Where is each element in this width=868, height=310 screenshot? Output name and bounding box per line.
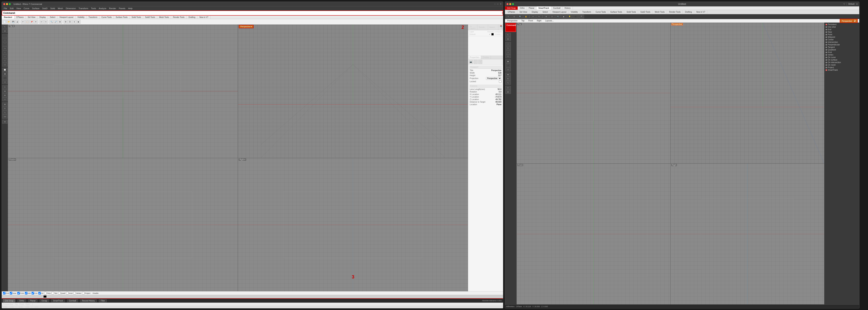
snap-cb-project[interactable] — [82, 292, 85, 294]
tool-join[interactable]: ⊗ — [2, 93, 8, 97]
rw-viewport-right[interactable]: Right — [671, 163, 824, 304]
rw-viewport-label-perspective[interactable]: Perspective — [671, 23, 683, 26]
snap-disable[interactable]: Disable — [93, 292, 98, 294]
rw-tb-props[interactable]: ℹ — [549, 14, 555, 19]
tb-snap[interactable]: ⚙ — [64, 20, 68, 24]
rw-tab2-select[interactable]: Select — [540, 10, 550, 13]
menu-surface[interactable]: Surface — [31, 7, 41, 10]
rw-tool-move[interactable]: ✥ — [505, 73, 511, 76]
maximize-button[interactable] — [9, 3, 11, 5]
tab-newinv7[interactable]: New in V7 — [197, 16, 211, 19]
rw-maximize-button[interactable] — [512, 3, 514, 5]
prop-tab-display[interactable]: Display — [481, 56, 491, 59]
rw-tool-circle[interactable]: ○ — [505, 50, 511, 54]
rw-tab2-meshtools[interactable]: Mesh Tools — [653, 10, 666, 13]
close-button[interactable] — [3, 3, 5, 5]
tb-copy[interactable]: 📋 — [25, 20, 29, 24]
rw-tab2-solidtools[interactable]: Solid Tools — [625, 10, 638, 13]
rw-close-button[interactable] — [506, 3, 508, 5]
tab-curvetools[interactable]: Curve Tools — [99, 16, 114, 19]
layer-scroll-area[interactable] — [468, 36, 503, 56]
rw-tool-cyl[interactable]: ⊃ — [505, 68, 511, 71]
btn-osnap[interactable]: Osnap — [40, 299, 49, 302]
tb-zoom-in[interactable]: 🔍 — [50, 20, 53, 24]
rw-tb-undo[interactable]: ↩ — [530, 14, 536, 19]
rw-tab2-setview[interactable]: Set View — [518, 10, 529, 13]
rw-active-vp-badge[interactable]: Perspective 2 — [840, 19, 858, 23]
rw-tool-box[interactable]: ⬛ — [505, 63, 511, 67]
rw-tab2-cplanes[interactable]: CPlanes — [506, 10, 517, 13]
rw-viewport-front[interactable]: Front — [517, 163, 670, 304]
minimize-button[interactable] — [6, 3, 8, 5]
tool-box[interactable]: ⬛ — [2, 76, 8, 80]
tab-meshtools[interactable]: Mesh Tools — [157, 16, 171, 19]
rw-tb-snap[interactable]: ⚙ — [544, 14, 549, 19]
color-swatch-status[interactable] — [43, 296, 46, 298]
btn-planar[interactable]: Planar — [28, 299, 37, 302]
menu-transform[interactable]: Transform — [78, 7, 90, 10]
rw-viewport-perspective[interactable]: Perspective — [671, 23, 824, 163]
viewport-right[interactable]: Right ▾ 3 — [238, 158, 468, 291]
tab-visibility[interactable]: Visibility — [75, 16, 87, 19]
tab-subdtools[interactable]: SubD Tools — [143, 16, 157, 19]
rw-tb-camera[interactable]: 📷 — [555, 14, 561, 19]
tab-cplanes[interactable]: CPlanes — [14, 16, 26, 19]
rw-viewport-top[interactable]: Top — [517, 23, 670, 163]
prop-select-projection[interactable]: Perspective Parallel — [486, 77, 501, 80]
rw-tab-ortho[interactable]: Ortho — [518, 6, 527, 10]
rw-nav-top[interactable]: Top — [520, 20, 526, 22]
rw-tab2-drafting[interactable]: Drafting — [683, 10, 694, 13]
tb-new[interactable]: 📄 — [3, 20, 6, 24]
btn-gridsnap[interactable]: Grid Snap — [3, 299, 15, 302]
rw-tool-curve[interactable]: ∿ — [505, 46, 511, 50]
menu-solid[interactable]: Solid — [49, 7, 56, 10]
rw-tab-planar[interactable]: Planar — [527, 6, 536, 10]
rw-tab2-visibility[interactable]: Visibility — [569, 10, 580, 13]
tool-move[interactable]: ✥ — [2, 102, 8, 106]
snap-quadrant[interactable]: Quadrant — [826, 49, 858, 51]
rw-tab-smarttrack[interactable]: SmartTrack — [536, 6, 551, 10]
rw-tool-select[interactable]: ↖ — [505, 33, 511, 37]
rw-nav-perspective[interactable]: Perspective — [506, 20, 519, 22]
viewport-perspective[interactable]: Perspective ▾ — [238, 25, 468, 158]
snap-cb-near[interactable] — [10, 292, 12, 294]
snap-intersection[interactable]: Intersection — [826, 41, 858, 43]
tb-render[interactable]: ▶ — [76, 20, 81, 24]
snap-knot[interactable]: Knot — [826, 51, 858, 53]
rw-tab2-surfacetools[interactable]: Surface Tools — [609, 10, 624, 13]
prop-tab-properties[interactable]: Properties — [468, 56, 481, 59]
tool-poly[interactable]: ⬡ — [2, 63, 8, 67]
menu-file[interactable]: File — [3, 7, 8, 10]
rw-tb-zoom[interactable]: 🔍 — [518, 14, 523, 19]
panel-tab-render[interactable]: Rende... — [477, 25, 488, 30]
snap-cb-point[interactable] — [17, 292, 20, 294]
panel-tab-material[interactable]: Materi... — [488, 25, 498, 30]
filter-icon[interactable]: ▽ — [843, 3, 845, 5]
viewport-label-right[interactable]: Right ▾ — [239, 158, 246, 161]
tool-gumball[interactable]: ⊕ — [2, 120, 8, 124]
snap-onsurface[interactable]: On surface — [826, 59, 858, 61]
menu-mesh[interactable]: Mesh — [57, 7, 64, 10]
tab-surfacetools[interactable]: Surface Tools — [114, 16, 129, 19]
rw-viewport-label-front[interactable]: Front — [518, 164, 523, 166]
tool-split[interactable]: ⊕ — [2, 89, 8, 93]
tool-curve[interactable]: ∿ — [2, 46, 8, 50]
tool-line[interactable]: / — [2, 38, 8, 42]
rw-tool-sphere[interactable]: ◉ — [505, 59, 511, 63]
prop-icon-mesh[interactable]: ⬡ — [474, 60, 477, 64]
rw-tab2-transform[interactable]: Transform — [580, 10, 593, 13]
tb-undo[interactable]: ↩ — [39, 20, 43, 24]
rw-tab-history[interactable]: History — [562, 6, 572, 10]
snap-tangent[interactable]: Tangent — [826, 46, 858, 48]
snap-smarttrack[interactable]: SmartTrack — [826, 69, 858, 71]
rw-minimize-button[interactable] — [509, 3, 511, 5]
rw-tb-light[interactable]: 💡 — [567, 14, 572, 19]
tool-select2[interactable]: ⊡ — [2, 29, 8, 33]
snap-cb-tan[interactable] — [52, 292, 54, 294]
btn-gumball[interactable]: Gumball — [67, 299, 78, 302]
tool-polyline[interactable]: ⌒ — [2, 42, 8, 46]
tb-redo[interactable]: ↪ — [44, 20, 48, 24]
btn-ortho[interactable]: Ortho — [18, 299, 26, 302]
rw-tab2-subdtools[interactable]: SubD Tools — [639, 10, 652, 13]
rw-tab2-display[interactable]: Display — [530, 10, 540, 13]
